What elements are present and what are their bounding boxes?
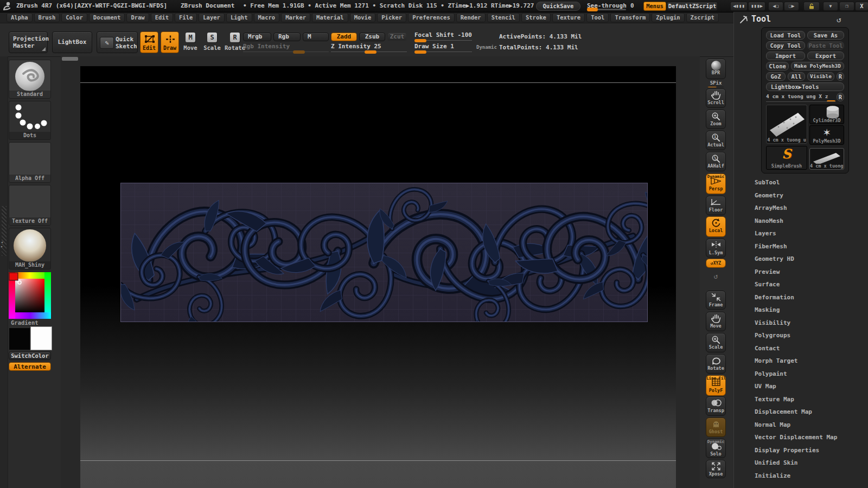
subpalette-header[interactable]: Normal Map [734,419,868,432]
move-gyro-icon[interactable]: M [186,33,195,42]
secondary-color-swatch[interactable] [30,326,52,350]
shelf-local-button[interactable]: Local [706,216,726,237]
subpalette-header[interactable]: Contact [734,342,868,355]
subpalette-header[interactable]: UV Map [734,380,868,393]
current-tool-thumbnail[interactable]: 4 cm x tuong u [766,105,807,144]
export-button[interactable]: Export [807,52,844,60]
shelf-l-sym-button[interactable]: L.Sym [706,239,726,258]
goz-r-button[interactable]: R [837,72,844,81]
active-tool-slider[interactable]: 4 cm x tuong ung X z [766,93,835,102]
menu-item[interactable]: Marker [281,13,310,22]
draw-size-slider[interactable]: Draw Size 1 [414,43,472,52]
color-picker[interactable] [9,272,51,319]
subpalette-header[interactable]: Visibility [734,317,868,330]
rgb-intensity-handle[interactable] [293,50,305,54]
z-intensity-handle[interactable] [365,50,376,54]
shelf-polyf-button[interactable]: Line FillPolyF [706,375,726,396]
subpalette-header[interactable]: Polygroups [734,329,868,342]
menu-item[interactable]: Zscript [686,13,719,22]
menu-item[interactable]: Tool [586,13,609,22]
load-tool-button[interactable]: Load Tool [766,31,805,40]
gradient-label[interactable]: Gradient [11,319,39,326]
shelf-transp-button[interactable]: Transp [706,396,726,416]
goz-button[interactable]: GoZ [766,72,786,81]
m-button[interactable]: M [303,33,329,41]
lightbox-tools-button[interactable]: Lightbox▶Tools [766,82,844,91]
main-color-swatch[interactable] [9,328,30,350]
save-as-button[interactable]: Save As [807,31,844,40]
menu-item[interactable]: Light [226,13,252,22]
color-picker-icon[interactable] [9,272,51,319]
shelf-aahalf-button[interactable]: ½AAHalf [706,152,726,171]
shelf-ghost-button[interactable]: Ghost [706,418,726,437]
stroke-type-tile[interactable]: Dots [9,101,51,140]
shelf-spin-arrow-button[interactable]: ↺ [706,269,726,280]
make-polymesh3d-button[interactable]: Make PolyMesh3D [791,62,844,70]
menu-item[interactable]: Edit [151,13,173,22]
alternate-button[interactable]: Alternate [9,362,51,371]
subpalette-header[interactable]: Preview [734,266,868,279]
shelf-frame-button[interactable]: Frame [706,291,726,310]
shelf-move-button[interactable]: Move [706,312,726,331]
menu-item[interactable]: Draw [126,13,149,22]
quick-sketch-button[interactable]: ✎ Quick Sketch [97,31,138,53]
spix-slider[interactable] [707,87,724,87]
material-tile[interactable]: MAH_Shiny [9,228,51,269]
subpalette-header[interactable]: Deformation [734,291,868,304]
menu-item[interactable]: Color [61,13,87,22]
menu-item[interactable]: Transform [610,13,650,22]
zcut-button[interactable]: Zcut [387,33,407,41]
shelf-persp-button[interactable]: DynamicPersp [706,174,726,194]
menu-item[interactable]: Picker [377,13,406,22]
clone-button[interactable]: Clone [766,62,789,70]
menu-item[interactable]: Macro [254,13,280,22]
subpalette-header[interactable]: Display Properties [734,444,868,457]
recent-tool-thumbnail[interactable]: 4 cm x tuong u [809,148,844,170]
menu-item[interactable]: Stencil [487,13,520,22]
shelf-rotate-button[interactable]: Rotate [706,354,726,374]
zsub-button[interactable]: Zsub [359,33,385,41]
mrgb-button[interactable]: Mrgb [243,33,271,41]
restore-button[interactable]: ❐ [839,2,854,11]
canvas-scroll-handle[interactable] [62,57,78,61]
scale-mode-label[interactable]: Scale [200,44,224,51]
menu-item[interactable]: Material [312,13,348,22]
rgb-intensity-slider[interactable]: Rgb Intensity [243,43,329,52]
menu-item[interactable]: Texture [552,13,585,22]
default-zscript-button[interactable]: DefaultZScript [667,2,718,11]
active-tool-slider-handle[interactable] [827,100,835,102]
tray-divider-arrows[interactable]: ◂▸ [1,240,3,249]
subpalette-header[interactable]: Texture Map [734,393,868,406]
sculpture-relief-model[interactable] [120,183,648,322]
subpalette-header[interactable]: Surface [734,278,868,291]
current-brush-tile[interactable]: Standard [9,60,51,99]
scale-gyro-icon[interactable]: S [207,33,217,42]
paste-tool-button[interactable]: Paste Tool [807,41,844,50]
shelf-xpose-button[interactable]: Xpose [706,460,726,478]
subpalette-header[interactable]: SubTool [734,176,868,189]
all-button[interactable]: All [788,72,805,81]
projection-master-button[interactable]: Projection Master [9,31,48,53]
subpalette-header[interactable]: Layers [734,227,868,240]
menus-button[interactable]: Menus [643,2,666,11]
zadd-button[interactable]: Zadd [331,33,357,41]
quicksave-button[interactable]: QuickSave [536,2,580,11]
minimize-button[interactable]: ▼ [823,2,838,11]
cycle-ui-right-button[interactable]: ❏▶ [784,2,799,11]
shelf-xyz-button[interactable]: ↺XYZ [706,259,726,268]
focal-shift-slider[interactable]: Focal Shift -100 [414,31,472,41]
shelf-scroll-button[interactable]: Scroll [706,88,726,108]
texture-tile[interactable]: Texture Off [9,185,51,226]
subpalette-header[interactable]: Morph Target [734,355,868,368]
shelf-actual-button[interactable]: 1Actual [706,131,726,150]
import-button[interactable]: Import [766,52,805,60]
subpalette-header[interactable]: Masking [734,304,868,317]
visible-button[interactable]: Visible [807,72,834,81]
rotate-gyro-icon[interactable]: R [230,33,240,42]
shelf-spix-button[interactable]: SPix [706,80,726,87]
shelf-zoom-button[interactable]: Zoom [706,110,726,129]
collapse-left-tray-button[interactable]: ◀▮▮▮ [730,2,748,11]
menu-item[interactable]: Document [89,13,125,22]
move-mode-label[interactable]: Move [178,44,202,51]
subpalette-header[interactable]: Unified Skin [734,457,868,470]
